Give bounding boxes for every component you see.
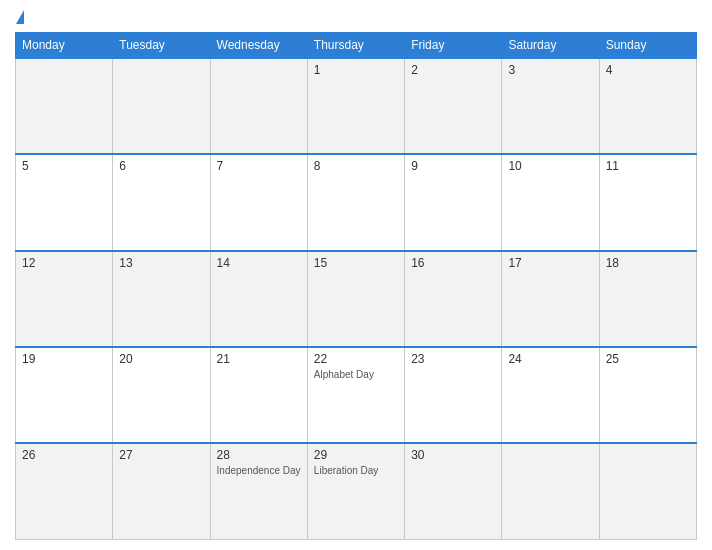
day-cell: 30 [405, 443, 502, 539]
day-number: 26 [22, 448, 106, 462]
day-number: 27 [119, 448, 203, 462]
day-number: 7 [217, 159, 301, 173]
day-number: 21 [217, 352, 301, 366]
day-number: 17 [508, 256, 592, 270]
day-cell: 12 [16, 251, 113, 347]
day-number: 25 [606, 352, 690, 366]
day-number: 19 [22, 352, 106, 366]
day-cell: 19 [16, 347, 113, 443]
day-number: 16 [411, 256, 495, 270]
weekday-header-saturday: Saturday [502, 33, 599, 59]
week-row-1: 1234 [16, 58, 697, 154]
day-number: 5 [22, 159, 106, 173]
day-cell [599, 443, 696, 539]
day-cell [502, 443, 599, 539]
week-row-5: 262728Independence Day29Liberation Day30 [16, 443, 697, 539]
day-number: 2 [411, 63, 495, 77]
day-cell [16, 58, 113, 154]
holiday-label: Independence Day [217, 464, 301, 477]
day-number: 23 [411, 352, 495, 366]
day-number: 1 [314, 63, 398, 77]
day-cell: 25 [599, 347, 696, 443]
day-cell: 10 [502, 154, 599, 250]
weekday-header-tuesday: Tuesday [113, 33, 210, 59]
holiday-label: Alphabet Day [314, 368, 398, 381]
day-number: 24 [508, 352, 592, 366]
day-cell: 2 [405, 58, 502, 154]
day-cell: 26 [16, 443, 113, 539]
day-cell [113, 58, 210, 154]
weekday-header-friday: Friday [405, 33, 502, 59]
day-cell: 21 [210, 347, 307, 443]
logo [15, 10, 26, 24]
day-number: 18 [606, 256, 690, 270]
day-number: 30 [411, 448, 495, 462]
day-number: 9 [411, 159, 495, 173]
day-number: 28 [217, 448, 301, 462]
day-cell: 16 [405, 251, 502, 347]
weekday-header-monday: Monday [16, 33, 113, 59]
day-number: 10 [508, 159, 592, 173]
day-cell: 13 [113, 251, 210, 347]
day-cell: 24 [502, 347, 599, 443]
day-number: 3 [508, 63, 592, 77]
day-cell: 1 [307, 58, 404, 154]
day-cell: 6 [113, 154, 210, 250]
day-cell: 9 [405, 154, 502, 250]
day-number: 15 [314, 256, 398, 270]
holiday-label: Liberation Day [314, 464, 398, 477]
day-number: 11 [606, 159, 690, 173]
week-row-2: 567891011 [16, 154, 697, 250]
logo-triangle-icon [16, 10, 24, 24]
weekday-header-wednesday: Wednesday [210, 33, 307, 59]
day-cell [210, 58, 307, 154]
day-cell: 23 [405, 347, 502, 443]
calendar-page: MondayTuesdayWednesdayThursdayFridaySatu… [0, 0, 712, 550]
day-cell: 20 [113, 347, 210, 443]
day-cell: 18 [599, 251, 696, 347]
day-cell: 3 [502, 58, 599, 154]
day-cell: 14 [210, 251, 307, 347]
day-cell: 4 [599, 58, 696, 154]
day-cell: 27 [113, 443, 210, 539]
day-cell: 11 [599, 154, 696, 250]
day-cell: 5 [16, 154, 113, 250]
day-number: 14 [217, 256, 301, 270]
header [15, 10, 697, 24]
weekday-header-sunday: Sunday [599, 33, 696, 59]
calendar-table: MondayTuesdayWednesdayThursdayFridaySatu… [15, 32, 697, 540]
week-row-3: 12131415161718 [16, 251, 697, 347]
day-number: 12 [22, 256, 106, 270]
day-number: 29 [314, 448, 398, 462]
day-number: 4 [606, 63, 690, 77]
week-row-4: 19202122Alphabet Day232425 [16, 347, 697, 443]
day-number: 22 [314, 352, 398, 366]
day-cell: 17 [502, 251, 599, 347]
day-number: 6 [119, 159, 203, 173]
day-number: 13 [119, 256, 203, 270]
day-cell: 8 [307, 154, 404, 250]
day-cell: 29Liberation Day [307, 443, 404, 539]
day-number: 20 [119, 352, 203, 366]
day-cell: 28Independence Day [210, 443, 307, 539]
day-cell: 22Alphabet Day [307, 347, 404, 443]
day-cell: 7 [210, 154, 307, 250]
day-cell: 15 [307, 251, 404, 347]
weekday-header-row: MondayTuesdayWednesdayThursdayFridaySatu… [16, 33, 697, 59]
day-number: 8 [314, 159, 398, 173]
weekday-header-thursday: Thursday [307, 33, 404, 59]
